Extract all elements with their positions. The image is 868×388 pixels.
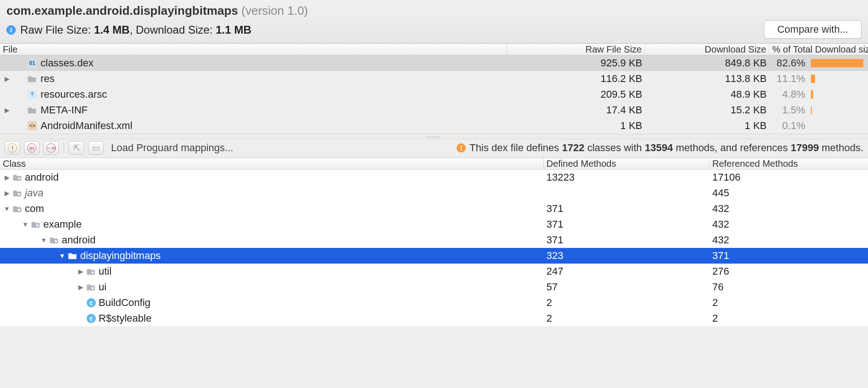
dex-defined-method-count: 13594 xyxy=(645,142,673,153)
file-raw-size: 17.4 KB xyxy=(507,102,645,118)
col-referenced-methods[interactable]: Referenced Methods xyxy=(710,158,868,169)
compare-with-button[interactable]: Compare with... xyxy=(764,20,862,39)
expand-arrow-icon[interactable]: ▶ xyxy=(4,185,10,201)
col-file[interactable]: File xyxy=(0,44,507,55)
col-pct[interactable]: % of Total Download size xyxy=(769,44,868,55)
class-name: android xyxy=(25,170,59,185)
svg-point-2 xyxy=(18,209,20,211)
raw-size-label: Raw File Size: xyxy=(20,24,91,36)
package-icon xyxy=(87,282,96,292)
file-pct: 82.6% xyxy=(769,55,808,71)
class-icon: c xyxy=(87,298,96,307)
class-row[interactable]: ▼android371432 xyxy=(0,232,868,248)
referenced-methods: 371 xyxy=(710,248,868,264)
referenced-methods: 2 xyxy=(710,295,868,311)
defined-methods: 247 xyxy=(544,264,710,279)
class-name: android xyxy=(62,232,95,248)
class-name: displayingbitmaps xyxy=(80,248,161,264)
class-column-header: Class Defined Methods Referenced Methods xyxy=(0,158,868,170)
referenced-methods: 432 xyxy=(710,217,868,232)
filter-methods-button[interactable]: m xyxy=(24,141,40,155)
class-row[interactable]: ▶ui5776 xyxy=(0,279,868,295)
class-row[interactable]: ▼com371432 xyxy=(0,201,868,217)
file-row[interactable]: ▶01classes.dex925.9 KB849.8 KB82.6% xyxy=(0,55,868,71)
class-name: util xyxy=(99,264,111,279)
apk-header: com.example.android.displayingbitmaps (v… xyxy=(0,0,868,43)
download-size-label: Download Size: xyxy=(136,24,213,36)
class-row[interactable]: ▶android1322317106 xyxy=(0,170,868,185)
svg-point-5 xyxy=(73,256,76,258)
files-table[interactable]: ▶01classes.dex925.9 KB849.8 KB82.6%▶res1… xyxy=(0,55,868,134)
col-raw-size[interactable]: Raw File Size xyxy=(507,44,645,55)
class-name: R$styleable xyxy=(99,311,152,326)
filter-fields-button[interactable]: f xyxy=(5,141,20,155)
expand-arrow-icon[interactable]: ▶ xyxy=(4,170,10,185)
referenced-methods: 445 xyxy=(710,185,868,201)
folder-icon xyxy=(28,74,37,83)
sizes-line: i Raw File Size: 1.4 MB, Download Size: … xyxy=(6,24,862,36)
package-icon xyxy=(50,235,59,245)
defined-methods: 2 xyxy=(544,311,710,326)
expand-arrow-icon[interactable]: ▶ xyxy=(4,71,10,87)
class-name: java xyxy=(25,185,43,201)
file-pct: 1.5% xyxy=(769,102,808,118)
class-row[interactable]: cR$styleable22 xyxy=(0,311,868,326)
filter-referenced-methods-button[interactable]: →m xyxy=(43,141,59,155)
defined-methods: 371 xyxy=(544,201,710,217)
referenced-methods: 17106 xyxy=(710,170,868,185)
load-proguard-button[interactable]: Load Proguard mappings... xyxy=(107,141,237,155)
file-name: META-INF xyxy=(41,102,88,118)
svg-point-3 xyxy=(36,224,39,227)
expand-arrow-icon[interactable]: ▶ xyxy=(4,102,10,118)
file-name: classes.dex xyxy=(41,55,94,71)
dex-toolbar: f m →m ⇱ ▭ Load Proguard mappings... ! T… xyxy=(0,139,868,158)
files-column-header: File Raw File Size Download Size % of To… xyxy=(0,43,868,55)
file-row[interactable]: ▶META-INF17.4 KB15.2 KB1.5% xyxy=(0,102,868,118)
package-icon xyxy=(31,220,41,229)
col-defined-methods[interactable]: Defined Methods xyxy=(544,158,710,169)
svg-point-0 xyxy=(18,177,20,180)
show-package-button[interactable]: ▭ xyxy=(88,141,104,155)
file-row[interactable]: ▶res116.2 KB113.8 KB11.1% xyxy=(0,71,868,87)
svg-point-1 xyxy=(18,193,20,195)
referenced-methods: 76 xyxy=(710,279,868,295)
col-download-size[interactable]: Download Size xyxy=(645,44,769,55)
file-name: resources.arsc xyxy=(41,87,107,102)
class-row[interactable]: ▶java445 xyxy=(0,185,868,201)
class-row[interactable]: ▼example371432 xyxy=(0,217,868,232)
file-row[interactable]: ▶<>AndroidManifest.xml1 KB1 KB0.1% xyxy=(0,118,868,134)
dex-referenced-method-count: 17999 xyxy=(791,142,819,153)
file-raw-size: 925.9 KB xyxy=(507,55,645,71)
file-download-size: 849.8 KB xyxy=(645,55,769,71)
expand-arrow-icon[interactable]: ▶ xyxy=(77,264,84,279)
tree-nav-button[interactable]: ⇱ xyxy=(69,141,84,155)
referenced-methods: 432 xyxy=(710,232,868,248)
class-row[interactable]: cBuildConfig22 xyxy=(0,295,868,311)
dex-file-icon: 01 xyxy=(28,59,37,68)
file-raw-size: 1 KB xyxy=(507,118,645,134)
package-name: com.example.android.displayingbitmaps xyxy=(6,4,238,18)
file-row[interactable]: ▶?resources.arsc209.5 KB48.9 KB4.8% xyxy=(0,87,868,102)
package-line: com.example.android.displayingbitmaps (v… xyxy=(6,4,862,18)
class-row[interactable]: ▼displayingbitmaps323371 xyxy=(0,248,868,264)
file-raw-size: 209.5 KB xyxy=(507,87,645,102)
col-class[interactable]: Class xyxy=(0,158,544,169)
class-table[interactable]: ▶android1322317106▶java445▼com371432▼exa… xyxy=(0,170,868,326)
referenced-methods: 276 xyxy=(710,264,868,279)
package-icon xyxy=(13,188,22,198)
file-raw-size: 116.2 KB xyxy=(507,71,645,87)
dex-info-text: ! This dex file defines 1722 classes wit… xyxy=(457,142,863,154)
splitter-handle[interactable]: ▪▪▪▪▪▪ xyxy=(0,134,868,139)
defined-methods: 13223 xyxy=(544,170,710,185)
class-row[interactable]: ▶util247276 xyxy=(0,264,868,279)
expand-arrow-icon[interactable]: ▼ xyxy=(41,232,47,248)
package-icon xyxy=(68,251,77,260)
expand-arrow-icon[interactable]: ▼ xyxy=(22,217,29,232)
svg-point-4 xyxy=(55,240,57,242)
expand-arrow-icon[interactable]: ▼ xyxy=(59,248,65,264)
file-download-size: 48.9 KB xyxy=(645,87,769,102)
expand-arrow-icon[interactable]: ▶ xyxy=(77,279,84,295)
defined-methods: 323 xyxy=(544,248,710,264)
expand-arrow-icon[interactable]: ▼ xyxy=(4,201,10,217)
file-download-size: 15.2 KB xyxy=(645,102,769,118)
